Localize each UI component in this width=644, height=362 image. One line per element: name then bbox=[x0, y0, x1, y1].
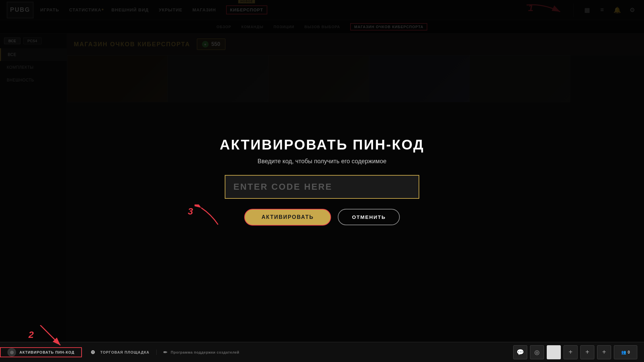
steam-icon: ⊕ bbox=[89, 348, 97, 356]
annotation-3: 3 bbox=[188, 206, 193, 217]
modal-subtitle: Введите код, чтобы получить его содержим… bbox=[258, 158, 386, 165]
bottom-right-icons: 💬 ◎ + + + 👥 0 bbox=[513, 345, 637, 359]
plus-btn-1[interactable]: + bbox=[564, 345, 578, 359]
pencil-icon: ✏ bbox=[163, 350, 168, 355]
button-row: АКТИВИРОВАТЬ ОТМЕНИТЬ bbox=[244, 209, 400, 226]
team-count: 0 bbox=[628, 350, 630, 355]
activate-button[interactable]: АКТИВИРОВАТЬ bbox=[244, 209, 331, 226]
target-icon-btn[interactable]: ◎ bbox=[530, 345, 544, 359]
team-button[interactable]: 👥 0 bbox=[614, 345, 637, 359]
chat-icon-btn[interactable]: 💬 bbox=[513, 345, 527, 359]
people-icon: 👥 bbox=[621, 350, 626, 355]
pin-icon: ◎ bbox=[7, 348, 16, 357]
cancel-button[interactable]: ОТМЕНИТЬ bbox=[338, 209, 400, 225]
modal-container: АКТИВИРОВАТЬ ПИН-КОД Введите код, чтобы … bbox=[205, 137, 439, 226]
bottom-left: ◎ АКТИВИРОВАТЬ ПИН-КОД ⊕ ТОРГОВАЯ ПЛОЩАД… bbox=[0, 347, 246, 357]
code-input-wrapper bbox=[225, 175, 419, 199]
plus-btn-3[interactable]: + bbox=[597, 345, 611, 359]
pin-code-button[interactable]: ◎ АКТИВИРОВАТЬ ПИН-КОД bbox=[0, 347, 82, 357]
modal-title: АКТИВИРОВАТЬ ПИН-КОД bbox=[220, 137, 424, 153]
code-input[interactable] bbox=[225, 175, 419, 199]
plus-btn-2[interactable]: + bbox=[580, 345, 594, 359]
market-label: ТОРГОВАЯ ПЛОЩАДКА bbox=[100, 350, 150, 354]
modal-overlay: АКТИВИРОВАТЬ ПИН-КОД Введите код, чтобы … bbox=[0, 0, 644, 362]
white-box-btn[interactable] bbox=[547, 345, 561, 359]
bottom-bar: ◎ АКТИВИРОВАТЬ ПИН-КОД ⊕ ТОРГОВАЯ ПЛОЩАД… bbox=[0, 342, 644, 362]
creator-button[interactable]: ✏ Программа поддержки создателей bbox=[156, 350, 246, 355]
pin-code-label: АКТИВИРОВАТЬ ПИН-КОД bbox=[19, 350, 74, 354]
creator-label: Программа поддержки создателей bbox=[171, 350, 239, 354]
market-button[interactable]: ⊕ ТОРГОВАЯ ПЛОЩАДКА bbox=[82, 348, 156, 356]
